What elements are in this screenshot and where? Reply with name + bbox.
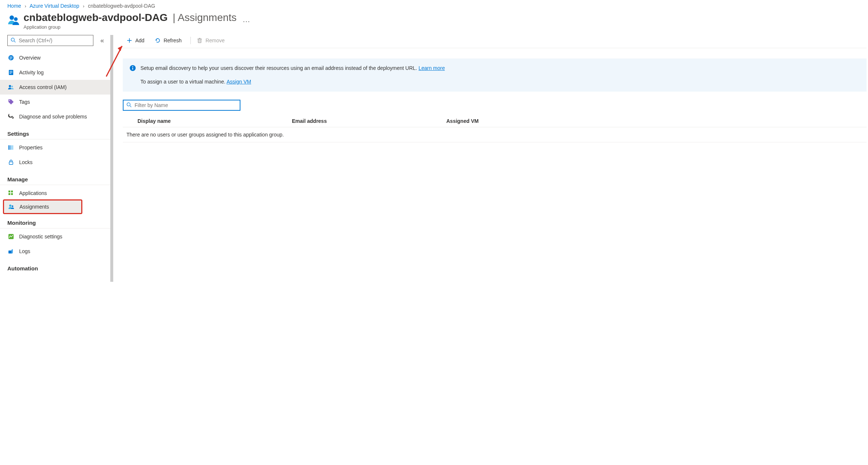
activity-log-icon bbox=[7, 69, 15, 76]
sidebar-item-assignments[interactable]: Assignments bbox=[3, 199, 82, 214]
col-email[interactable]: Email address bbox=[292, 118, 446, 124]
learn-more-link[interactable]: Learn more bbox=[418, 65, 445, 71]
svg-marker-31 bbox=[156, 39, 157, 41]
svg-rect-17 bbox=[12, 145, 13, 150]
sidebar-item-logs[interactable]: Logs bbox=[0, 244, 110, 259]
collapse-sidebar-icon[interactable]: « bbox=[98, 37, 107, 45]
svg-rect-16 bbox=[10, 145, 11, 150]
sidebar-item-label: Logs bbox=[19, 248, 30, 254]
svg-point-24 bbox=[12, 205, 14, 207]
diagnostic-settings-icon bbox=[7, 233, 15, 240]
logs-icon bbox=[7, 248, 15, 255]
svg-point-1 bbox=[14, 17, 18, 21]
svg-line-3 bbox=[14, 41, 15, 42]
remove-label: Remove bbox=[206, 38, 225, 43]
diagnose-icon bbox=[7, 113, 15, 120]
svg-rect-19 bbox=[8, 191, 10, 192]
info-panel: Setup email discovery to help your users… bbox=[123, 58, 867, 92]
search-icon bbox=[126, 102, 132, 109]
sidebar-item-label: Diagnostic settings bbox=[19, 234, 62, 239]
sidebar-item-label: Applications bbox=[19, 190, 47, 196]
refresh-label: Refresh bbox=[164, 38, 182, 43]
remove-button[interactable]: Remove bbox=[193, 34, 228, 47]
command-bar: Add Refresh Remove bbox=[123, 33, 867, 48]
svg-rect-15 bbox=[8, 145, 10, 150]
sidebar-item-diagnostic-settings[interactable]: Diagnostic settings bbox=[0, 229, 110, 244]
tags-icon bbox=[7, 98, 15, 106]
sidebar-item-applications[interactable]: Applications bbox=[0, 186, 110, 200]
more-icon[interactable]: ⋯ bbox=[243, 17, 251, 26]
breadcrumb-home[interactable]: Home bbox=[7, 3, 21, 9]
svg-rect-11 bbox=[10, 73, 11, 74]
svg-rect-32 bbox=[198, 39, 201, 43]
sidebar-group-monitoring: Monitoring bbox=[0, 213, 110, 228]
svg-rect-9 bbox=[10, 71, 12, 71]
svg-rect-21 bbox=[8, 193, 10, 195]
assign-vm-link[interactable]: Assign VM bbox=[226, 79, 251, 85]
breadcrumb-current[interactable]: cnbateblogweb-avdpool-DAG bbox=[88, 3, 155, 9]
sidebar-item-label: Locks bbox=[19, 159, 33, 165]
breadcrumb: Home › Azure Virtual Desktop › cnbateblo… bbox=[0, 0, 868, 10]
sidebar-item-overview[interactable]: Overview bbox=[0, 50, 110, 65]
table-header: Display name Email address Assigned VM bbox=[123, 114, 867, 127]
svg-point-0 bbox=[10, 15, 14, 20]
svg-point-14 bbox=[9, 100, 10, 101]
table-empty-message: There are no users or user groups assign… bbox=[123, 127, 867, 142]
sidebar-item-tags[interactable]: Tags bbox=[0, 95, 110, 109]
search-icon bbox=[11, 38, 16, 44]
chevron-right-icon: › bbox=[83, 4, 84, 9]
info-icon bbox=[129, 65, 136, 71]
filter-input[interactable] bbox=[134, 102, 237, 109]
sidebar-group-manage: Manage bbox=[0, 170, 110, 185]
page-subtitle: | Assignments bbox=[170, 12, 237, 23]
add-button[interactable]: Add bbox=[123, 34, 148, 47]
refresh-icon bbox=[155, 38, 161, 43]
sidebar-group-settings: Settings bbox=[0, 124, 110, 139]
filter-by-name[interactable] bbox=[123, 100, 240, 111]
sidebar-item-label: Overview bbox=[19, 55, 40, 61]
sidebar-item-label: Tags bbox=[19, 99, 30, 105]
sidebar: « Overview Activity log Access control (… bbox=[0, 35, 110, 282]
sidebar-item-activity-log[interactable]: Activity log bbox=[0, 65, 110, 80]
svg-rect-22 bbox=[11, 193, 13, 195]
sidebar-item-diagnose[interactable]: Diagnose and solve problems bbox=[0, 109, 110, 124]
col-display-name[interactable]: Display name bbox=[137, 118, 292, 124]
lock-icon bbox=[7, 159, 15, 166]
main-content: Add Refresh Remove bbox=[110, 35, 868, 282]
sidebar-search[interactable] bbox=[7, 35, 93, 46]
svg-rect-20 bbox=[11, 191, 13, 192]
svg-rect-6 bbox=[10, 58, 12, 58]
info-line1: Setup email discovery to help your users… bbox=[140, 65, 417, 71]
overview-icon bbox=[7, 54, 15, 61]
trash-icon bbox=[197, 38, 203, 43]
search-input[interactable] bbox=[18, 37, 90, 44]
svg-marker-28 bbox=[118, 46, 122, 51]
svg-point-2 bbox=[11, 38, 14, 41]
refresh-button[interactable]: Refresh bbox=[151, 34, 185, 47]
col-assigned-vm[interactable]: Assigned VM bbox=[446, 118, 867, 124]
svg-point-38 bbox=[132, 66, 133, 67]
sidebar-item-access-control[interactable]: Access control (IAM) bbox=[0, 80, 110, 95]
sidebar-item-label: Activity log bbox=[19, 70, 44, 75]
sidebar-item-locks[interactable]: Locks bbox=[0, 155, 110, 170]
svg-point-13 bbox=[11, 86, 13, 88]
sidebar-item-properties[interactable]: Properties bbox=[0, 140, 110, 155]
svg-rect-5 bbox=[10, 57, 12, 57]
info-line2-prefix: To assign a user to a virtual machine. bbox=[140, 79, 226, 85]
breadcrumb-avd[interactable]: Azure Virtual Desktop bbox=[29, 3, 79, 9]
chevron-right-icon: › bbox=[25, 4, 26, 9]
page-title: cnbateblogweb-avdpool-DAG bbox=[24, 12, 168, 23]
svg-point-23 bbox=[9, 205, 11, 207]
divider bbox=[190, 37, 191, 44]
sidebar-group-automation: Automation bbox=[0, 259, 110, 274]
svg-rect-10 bbox=[10, 72, 12, 72]
access-control-icon bbox=[7, 84, 15, 91]
svg-point-40 bbox=[127, 103, 130, 106]
application-group-icon bbox=[7, 14, 20, 26]
applications-icon bbox=[7, 189, 15, 197]
plus-icon bbox=[126, 38, 132, 43]
svg-line-41 bbox=[130, 106, 131, 107]
sidebar-item-label: Diagnose and solve problems bbox=[19, 114, 87, 120]
page-header: cnbateblogweb-avdpool-DAG | Assignments … bbox=[0, 10, 868, 35]
sidebar-item-label: Access control (IAM) bbox=[19, 84, 67, 90]
